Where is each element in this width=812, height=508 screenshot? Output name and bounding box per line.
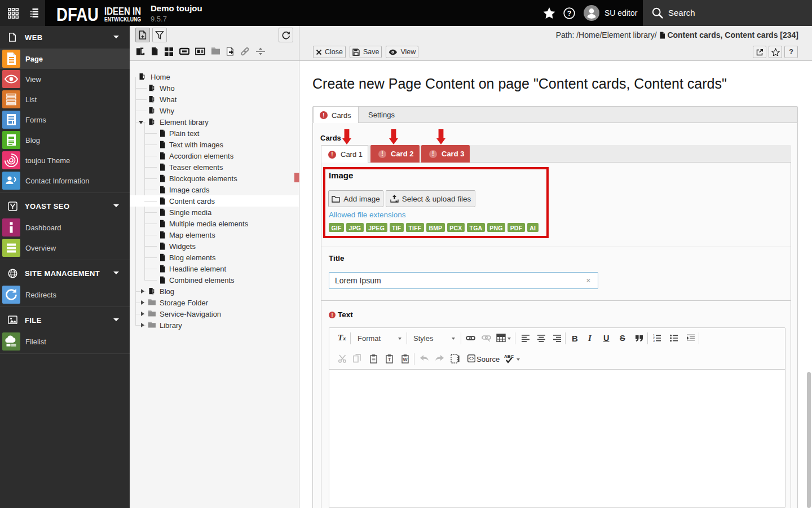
svg-text:<>: <> (469, 356, 475, 362)
svg-text:ENTWICKLUNG: ENTWICKLUNG (104, 16, 141, 23)
svg-text:T: T (388, 357, 391, 362)
svg-text:ABC: ABC (504, 354, 514, 359)
svg-text:3: 3 (653, 339, 655, 342)
svg-text:W: W (403, 357, 408, 362)
svg-text:?: ? (567, 10, 572, 17)
svg-text:DFAU: DFAU (56, 3, 99, 25)
